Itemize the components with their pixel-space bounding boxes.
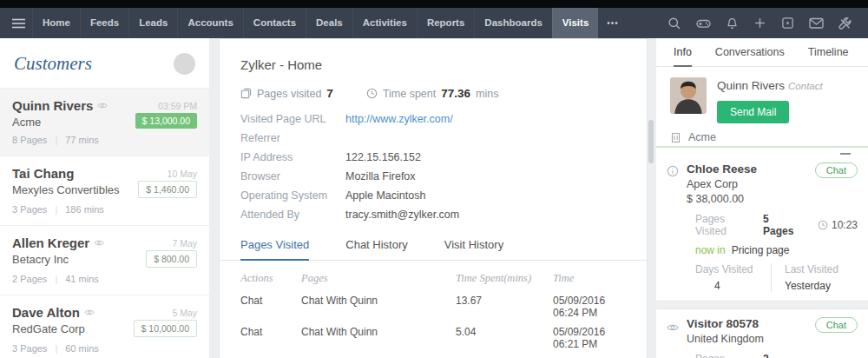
view-eye-icon <box>94 239 104 247</box>
visitor-info-panel: Info Conversations Timeline Quinn Rivers… <box>656 38 868 358</box>
visitor-pages-stat: Pages Visited 2 Pages 10:14 <box>695 353 858 358</box>
customer-item-allen-kreger[interactable]: Allen Kreger 7 May Betacry Inc $ 800.00 … <box>0 225 209 295</box>
building-icon <box>670 132 681 143</box>
customer-meta: 8 Pages|77 mins <box>12 135 197 145</box>
customer-last-seen: 10 May <box>168 166 197 179</box>
tab-timeline[interactable]: Timeline <box>808 46 849 66</box>
avatar <box>670 77 707 114</box>
visitor-name: Visitor 80578 <box>687 317 807 330</box>
tab-info[interactable]: Info <box>674 46 692 67</box>
calendar-icon[interactable] <box>781 17 794 30</box>
window-top-strip <box>0 0 868 8</box>
customer-company: RedGate Corp <box>12 322 85 335</box>
contact-company: Acme <box>688 131 716 143</box>
time-spent-stat: Time spent77.36mins <box>366 87 499 100</box>
detail-row-url: Visited Page URL http://www.zylker.com/ <box>240 113 626 125</box>
nav-item-reports[interactable]: Reports <box>417 8 474 38</box>
visitor-location: United Kingdom <box>687 333 807 345</box>
nav-item-accounts[interactable]: Accounts <box>177 8 242 38</box>
customer-meta: 2 Pages|41 mins <box>12 274 197 284</box>
contact-type-label: Contact <box>788 81 823 91</box>
nav-item-dashboards[interactable]: Dashboards <box>474 8 551 38</box>
pages-visited-stat: Pages visited7 <box>240 87 333 100</box>
nav-item-visits[interactable]: Visits <box>552 8 598 38</box>
customer-item-tai-chang[interactable]: Tai Chang 10 May Mexyles Convertibles $ … <box>0 156 209 225</box>
nav-item-leads[interactable]: Leads <box>128 8 177 38</box>
nav-item-contacts[interactable]: Contacts <box>243 8 306 38</box>
customer-item-quinn-rivers[interactable]: Quinn Rivers 03:59 PM Acme $ 13,000.00 8… <box>0 88 209 156</box>
table-row[interactable]: ChatChat With Quinn5.0405/09/2016 06:21 … <box>240 326 626 350</box>
scrollbar-thumb[interactable] <box>648 120 654 163</box>
nav-item-deals[interactable]: Deals <box>306 8 352 38</box>
plus-icon[interactable] <box>753 17 766 30</box>
bell-icon[interactable] <box>726 17 739 30</box>
visitor-visit-columns: Days Visited 4 Last Visited Yesterday <box>695 263 858 292</box>
top-navigation-bar: Home Feeds Leads Accounts Contacts Deals… <box>0 8 868 38</box>
customer-last-seen: 5 May <box>172 305 197 318</box>
customer-last-seen: 7 May <box>172 235 197 249</box>
customer-name: Quinn Rivers <box>12 98 108 113</box>
visitor-card-chloe-reese[interactable]: Chloe Reese Apex Corp $ 38,000.00 Chat P… <box>656 155 868 301</box>
days-visited-value: 4 <box>695 280 771 292</box>
deal-amount-badge: $ 1,460.00 <box>138 181 197 198</box>
visited-page-link[interactable]: http://www.zylker.com/ <box>345 113 453 125</box>
visit-details-list: Visited Page URL http://www.zylker.com/ … <box>220 100 647 221</box>
sidebar-header: Customers <box>0 38 209 88</box>
contact-company-row: Acme <box>656 123 868 148</box>
page-title: Zylker - Home <box>220 39 647 72</box>
chat-button[interactable]: Chat <box>815 317 858 333</box>
customer-meta: 3 Pages|186 mins <box>12 204 197 215</box>
view-eye-icon <box>84 308 95 316</box>
visitor-pages-stat: Pages Visited 5 Pages 10:23 <box>695 213 858 237</box>
visitor-eye-icon <box>667 317 679 345</box>
visit-stats: Pages visited7 Time spent77.36mins <box>220 72 647 100</box>
visitor-deal-amount: $ 38,000.00 <box>687 193 807 205</box>
search-icon[interactable] <box>667 17 681 30</box>
visit-detail-panel: Zylker - Home Pages visited7 Time spent7… <box>219 38 648 358</box>
history-tabs: Pages Visited Chat History Visit History <box>220 228 647 261</box>
customer-item-dave-alton[interactable]: Dave Alton 5 May RedGate Corp $ 10,000.0… <box>0 295 209 358</box>
table-row[interactable]: ChatChat With Quinn13.6705/09/2016 06:24… <box>240 295 626 319</box>
collapse-card-button[interactable] <box>840 153 851 155</box>
sidebar-options-button[interactable] <box>174 53 195 75</box>
customer-name: Dave Alton <box>12 305 95 320</box>
nav-tabs: Home Feeds Leads Accounts Contacts Deals… <box>32 8 628 38</box>
chat-button[interactable]: Chat <box>815 162 858 178</box>
gamepad-icon[interactable] <box>696 17 711 30</box>
collapse-row <box>656 148 868 155</box>
customer-name: Tai Chang <box>12 166 74 181</box>
send-mail-button[interactable]: Send Mail <box>717 101 789 123</box>
clock-icon <box>366 88 378 99</box>
mail-icon[interactable] <box>809 17 824 30</box>
nav-utility-icons <box>667 17 858 30</box>
customer-meta: 3 Pages|60 mins <box>12 343 197 354</box>
deal-amount-badge: $ 800.00 <box>146 250 197 268</box>
sidebar-title: Customers <box>14 53 92 75</box>
deal-amount-badge: $ 13,000.00 <box>135 113 197 129</box>
nav-item-activities[interactable]: Activities <box>352 8 417 38</box>
pages-visited-table: ActionsPagesTime Spent(mins)Time ChatCha… <box>220 261 647 358</box>
info-circle-icon <box>667 162 679 205</box>
nav-more-button[interactable]: ••• <box>598 8 628 38</box>
detail-row-os: Operating System Apple Macintosh <box>240 189 626 202</box>
last-visited-value: Yesterday <box>785 280 838 292</box>
visitor-card-visitor-80578[interactable]: Visitor 80578 United Kingdom Chat Pages … <box>656 309 868 358</box>
tab-pages-visited[interactable]: Pages Visited <box>240 238 309 261</box>
customers-sidebar: Customers Quinn Rivers 03:59 PM Acme $ 1… <box>0 38 209 358</box>
tab-chat-history[interactable]: Chat History <box>345 238 408 260</box>
detail-row-attended: Attended By tracy.smith@zylker.com <box>240 209 626 221</box>
nav-item-home[interactable]: Home <box>32 8 80 38</box>
deal-amount-badge: $ 10,000.00 <box>134 320 197 337</box>
visitor-name: Chloe Reese <box>687 162 807 176</box>
card-divider <box>656 301 868 309</box>
contact-name: Quinn Rivers <box>717 79 785 92</box>
settings-tools-icon[interactable] <box>838 17 852 30</box>
customer-last-seen: 03:59 PM <box>158 98 197 111</box>
visitor-company: Apex Corp <box>687 178 807 190</box>
tab-conversations[interactable]: Conversations <box>715 46 785 66</box>
tab-visit-history[interactable]: Visit History <box>444 238 503 260</box>
view-eye-icon <box>97 102 108 109</box>
hamburger-menu-icon[interactable] <box>5 18 32 29</box>
nav-item-feeds[interactable]: Feeds <box>80 8 128 38</box>
customer-company: Acme <box>12 116 41 129</box>
